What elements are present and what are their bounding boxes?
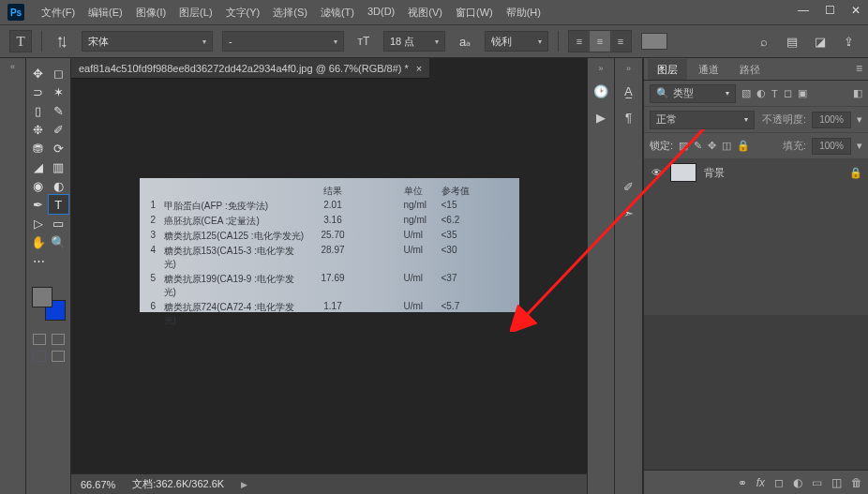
warp-text-button[interactable]: ⌕ <box>754 31 774 52</box>
menu-3d[interactable]: 3D(D) <box>362 2 400 23</box>
lasso-tool[interactable]: ⊃ <box>28 82 49 101</box>
layer-name[interactable]: 背景 <box>704 166 725 180</box>
zoom-tool[interactable]: 🔍 <box>49 232 69 251</box>
tab-paths[interactable]: 路径 <box>730 59 770 80</box>
layer-style-button[interactable]: fx <box>756 476 765 489</box>
menu-type[interactable]: 文字(Y) <box>220 2 266 23</box>
opacity-input[interactable]: 100% <box>812 112 851 128</box>
canvas[interactable]: 检验项目 结果 单位 参考值 1甲胎蛋白(AFP :免疫学法)2.01ng/ml… <box>71 79 587 473</box>
crop-tool[interactable]: ▯ <box>28 101 49 120</box>
layer-mask-button[interactable]: ◻ <box>774 476 784 489</box>
layer-row[interactable]: 👁 背景 🔒 <box>644 159 868 186</box>
adjustments-icon[interactable]: ➣ <box>621 204 637 221</box>
hand-tool[interactable]: ✋ <box>28 232 49 251</box>
brush-panel-icon[interactable]: ✐ <box>621 178 637 195</box>
history-icon[interactable]: 🕑 <box>592 82 609 99</box>
lock-all-icon[interactable]: 🔒 <box>737 140 750 152</box>
quickmask-button[interactable] <box>33 334 46 345</box>
move-tool[interactable]: ✥ <box>28 64 49 82</box>
fill-input[interactable]: 100% <box>812 138 851 155</box>
close-button[interactable]: ✕ <box>849 4 862 17</box>
align-right-button[interactable]: ≡ <box>610 31 631 52</box>
align-left-button[interactable]: ≡ <box>569 31 590 52</box>
filter-toggle[interactable]: ◧ <box>853 87 862 99</box>
menu-file[interactable]: 文件(F) <box>36 2 81 23</box>
collapse-strip-button[interactable]: « <box>10 62 15 71</box>
type-tool[interactable]: T <box>49 195 69 214</box>
layer-list[interactable]: 👁 背景 🔒 <box>644 159 868 315</box>
font-style-select[interactable]: -▾ <box>222 31 344 52</box>
filter-smart-icon[interactable]: ▣ <box>798 87 807 99</box>
stamp-tool[interactable]: ⛃ <box>28 139 49 157</box>
lock-position-icon[interactable]: ✥ <box>708 140 716 152</box>
eyedropper-tool[interactable]: ✎ <box>49 101 69 120</box>
expand-strip-button[interactable]: » <box>598 64 603 73</box>
share-button[interactable]: ⇪ <box>838 31 859 52</box>
path-select-tool[interactable]: ▷ <box>28 214 49 232</box>
healing-tool[interactable]: ❉ <box>28 120 49 139</box>
shape-tool[interactable]: ▭ <box>49 214 69 232</box>
eraser-tool[interactable]: ◢ <box>28 157 49 176</box>
character-panel-button[interactable]: ▤ <box>782 31 802 52</box>
align-center-button[interactable]: ≡ <box>590 31 610 52</box>
lock-image-icon[interactable]: ✎ <box>694 140 702 152</box>
menu-filter[interactable]: 滤镜(T) <box>315 2 360 23</box>
adjustment-layer-button[interactable]: ◐ <box>793 476 802 489</box>
close-tab-button[interactable]: × <box>416 63 422 74</box>
status-zoom[interactable]: 66.67% <box>81 479 115 490</box>
menu-image[interactable]: 图像(I) <box>130 2 172 23</box>
expand-strip-button[interactable]: » <box>626 64 631 73</box>
new-layer-button[interactable]: ◫ <box>831 476 842 489</box>
character-icon[interactable]: A̲ <box>621 82 637 99</box>
menu-window[interactable]: 窗口(W) <box>450 2 499 23</box>
color-swatches[interactable] <box>30 285 67 322</box>
status-doc[interactable]: 文档:362.6K/362.6K <box>132 477 224 491</box>
gradient-tool[interactable]: ▥ <box>49 157 69 176</box>
brush-tool[interactable]: ✐ <box>49 120 69 139</box>
menu-edit[interactable]: 编辑(E) <box>82 2 128 23</box>
orientation-toggle[interactable]: ⮁ <box>52 31 72 52</box>
blur-tool[interactable]: ◉ <box>28 176 49 195</box>
history-brush-tool[interactable]: ⟳ <box>49 139 69 157</box>
pen-tool[interactable]: ✒ <box>28 195 49 214</box>
font-family-select[interactable]: 宋体▾ <box>82 31 213 52</box>
delete-layer-button[interactable]: 🗑 <box>851 476 862 489</box>
blend-mode-select[interactable]: 正常▾ <box>650 111 755 129</box>
panel-menu-button[interactable]: ≡ <box>856 62 862 75</box>
menu-layer[interactable]: 图层(L) <box>173 2 217 23</box>
paragraph-icon[interactable]: ¶ <box>621 109 637 126</box>
filter-shape-icon[interactable]: ◻ <box>784 87 792 99</box>
filter-adjust-icon[interactable]: ◐ <box>756 87 766 99</box>
text-color-swatch[interactable] <box>641 33 667 50</box>
menu-help[interactable]: 帮助(H) <box>501 2 546 23</box>
menu-view[interactable]: 视图(V) <box>402 2 448 23</box>
tab-channels[interactable]: 通道 <box>689 59 728 80</box>
quick-select-tool[interactable]: ✶ <box>49 82 69 101</box>
lock-artboard-icon[interactable]: ◫ <box>722 140 731 152</box>
layer-thumb[interactable] <box>670 163 696 182</box>
document-tab[interactable]: eaf81a4c510fd9f988ee8d36272dd42a2934a4f0… <box>71 58 429 79</box>
maximize-button[interactable]: ☐ <box>823 4 836 17</box>
antialias-select[interactable]: 锐利▾ <box>485 31 548 52</box>
filter-pixel-icon[interactable]: ▧ <box>741 87 751 99</box>
group-button[interactable]: ▭ <box>812 476 822 489</box>
link-layers-button[interactable]: ⚭ <box>738 476 747 489</box>
marquee-tool[interactable]: ◻ <box>49 64 69 82</box>
filter-type-icon[interactable]: T <box>771 88 778 99</box>
tool-preset-button[interactable]: T <box>9 30 32 52</box>
screenmode-button[interactable] <box>52 334 65 345</box>
extra-button-2[interactable] <box>52 351 65 362</box>
lock-transparent-icon[interactable]: ▨ <box>679 140 688 152</box>
menu-select[interactable]: 选择(S) <box>267 2 313 23</box>
minimize-button[interactable]: — <box>797 4 810 17</box>
filter-kind-select[interactable]: 🔍类型▾ <box>650 84 736 103</box>
more-tools[interactable]: ⋯ <box>28 251 49 270</box>
font-size-select[interactable]: 18 点▾ <box>383 31 445 52</box>
layer-lock-icon[interactable]: 🔒 <box>849 167 862 179</box>
actions-icon[interactable]: ▶ <box>592 109 609 126</box>
extra-button-1[interactable] <box>33 351 46 362</box>
tab-layers[interactable]: 图层 <box>648 59 687 80</box>
3d-button[interactable]: ◪ <box>810 31 831 52</box>
layer-visibility-toggle[interactable]: 👁 <box>650 167 663 178</box>
dodge-tool[interactable]: ◐ <box>49 176 69 195</box>
